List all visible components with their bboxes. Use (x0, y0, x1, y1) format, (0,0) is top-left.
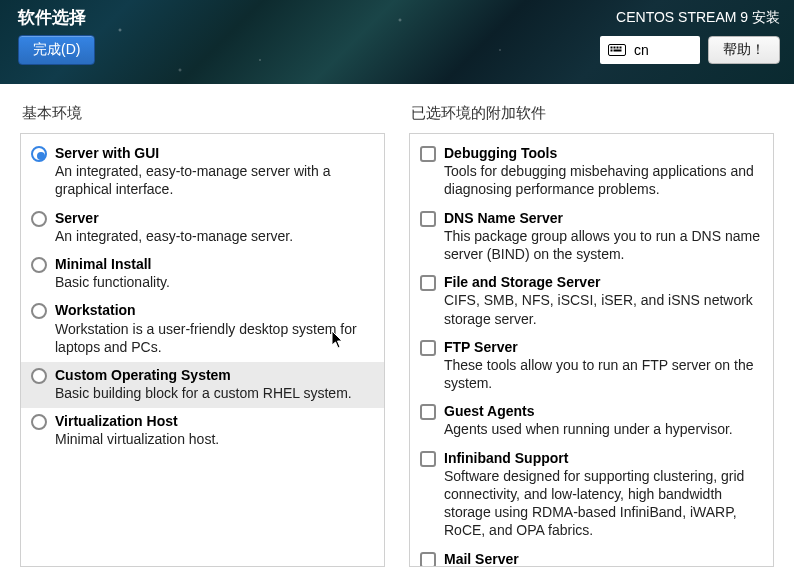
item-text: Server with GUIAn integrated, easy-to-ma… (55, 144, 374, 199)
item-name: Workstation (55, 301, 374, 319)
item-name: Server (55, 209, 374, 227)
environments-item[interactable]: Virtualization HostMinimal virtualizatio… (21, 408, 384, 454)
item-desc: Workstation is a user-friendly desktop s… (55, 320, 374, 356)
addons-item[interactable]: Mail ServerThese packages allow you to c… (410, 546, 773, 567)
item-text: Infiniband SupportSoftware designed for … (444, 449, 763, 540)
radio-icon[interactable] (31, 414, 47, 430)
item-desc: These tools allow you to run an FTP serv… (444, 356, 763, 392)
environments-item[interactable]: Server with GUIAn integrated, easy-to-ma… (21, 140, 384, 205)
item-desc: Tools for debugging misbehaving applicat… (444, 162, 763, 198)
checkbox-icon[interactable] (420, 275, 436, 291)
item-text: FTP ServerThese tools allow you to run a… (444, 338, 763, 393)
item-name: Minimal Install (55, 255, 374, 273)
item-desc: Software designed for supporting cluster… (444, 467, 763, 540)
item-name: Server with GUI (55, 144, 374, 162)
environments-item[interactable]: Custom Operating SystemBasic building bl… (21, 362, 384, 408)
addon-list: Debugging ToolsTools for debugging misbe… (409, 133, 774, 567)
checkbox-icon[interactable] (420, 146, 436, 162)
item-name: Virtualization Host (55, 412, 374, 430)
item-text: Debugging ToolsTools for debugging misbe… (444, 144, 763, 199)
svg-rect-3 (617, 47, 619, 49)
item-desc: An integrated, easy-to-manage server wit… (55, 162, 374, 198)
checkbox-icon[interactable] (420, 340, 436, 356)
checkbox-icon[interactable] (420, 404, 436, 420)
help-button[interactable]: 帮助！ (708, 36, 780, 64)
checkbox-icon[interactable] (420, 552, 436, 567)
radio-icon[interactable] (31, 368, 47, 384)
addons-item[interactable]: Infiniband SupportSoftware designed for … (410, 445, 773, 546)
keyboard-layout-selector[interactable]: cn (600, 36, 700, 64)
item-name: File and Storage Server (444, 273, 763, 291)
checkbox-icon[interactable] (420, 451, 436, 467)
item-desc: An integrated, easy-to-manage server. (55, 227, 374, 245)
item-desc: Agents used when running under a hypervi… (444, 420, 763, 438)
item-desc: This package group allows you to run a D… (444, 227, 763, 263)
keyboard-icon (608, 44, 626, 56)
item-text: Mail ServerThese packages allow you to c… (444, 550, 763, 567)
radio-icon[interactable] (31, 211, 47, 227)
addons-item[interactable]: Guest AgentsAgents used when running und… (410, 398, 773, 444)
item-desc: Basic building block for a custom RHEL s… (55, 384, 374, 402)
item-desc: Basic functionality. (55, 273, 374, 291)
item-text: File and Storage ServerCIFS, SMB, NFS, i… (444, 273, 763, 328)
item-text: ServerAn integrated, easy-to-manage serv… (55, 209, 374, 245)
page-title: 软件选择 (18, 6, 86, 29)
item-text: Custom Operating SystemBasic building bl… (55, 366, 374, 402)
item-name: FTP Server (444, 338, 763, 356)
environments-item[interactable]: ServerAn integrated, easy-to-manage serv… (21, 205, 384, 251)
item-name: Guest Agents (444, 402, 763, 420)
svg-rect-6 (614, 50, 622, 52)
svg-rect-4 (620, 47, 622, 49)
addons-item[interactable]: FTP ServerThese tools allow you to run a… (410, 334, 773, 399)
item-text: Minimal InstallBasic functionality. (55, 255, 374, 291)
svg-rect-5 (611, 50, 613, 52)
radio-icon[interactable] (31, 146, 47, 162)
item-text: Guest AgentsAgents used when running und… (444, 402, 763, 438)
item-text: DNS Name ServerThis package group allows… (444, 209, 763, 264)
environment-list: Server with GUIAn integrated, easy-to-ma… (20, 133, 385, 567)
radio-icon[interactable] (31, 257, 47, 273)
keyboard-layout-code: cn (634, 42, 649, 58)
content: 基本环境 Server with GUIAn integrated, easy-… (0, 84, 794, 577)
environments-item[interactable]: Minimal InstallBasic functionality. (21, 251, 384, 297)
done-button[interactable]: 完成(D) (18, 35, 95, 65)
item-text: WorkstationWorkstation is a user-friendl… (55, 301, 374, 356)
item-name: DNS Name Server (444, 209, 763, 227)
addons-item[interactable]: File and Storage ServerCIFS, SMB, NFS, i… (410, 269, 773, 334)
svg-rect-2 (614, 47, 616, 49)
item-desc: CIFS, SMB, NFS, iSCSI, iSER, and iSNS ne… (444, 291, 763, 327)
item-name: Mail Server (444, 550, 763, 567)
addons-title: 已选环境的附加软件 (409, 104, 774, 123)
install-title: CENTOS STREAM 9 安装 (616, 9, 780, 27)
svg-rect-1 (611, 47, 613, 49)
item-name: Infiniband Support (444, 449, 763, 467)
environments-item[interactable]: WorkstationWorkstation is a user-friendl… (21, 297, 384, 362)
addons-item[interactable]: DNS Name ServerThis package group allows… (410, 205, 773, 270)
addons-item[interactable]: Debugging ToolsTools for debugging misbe… (410, 140, 773, 205)
checkbox-icon[interactable] (420, 211, 436, 227)
item-name: Custom Operating System (55, 366, 374, 384)
item-name: Debugging Tools (444, 144, 763, 162)
base-environment-title: 基本环境 (20, 104, 385, 123)
item-desc: Minimal virtualization host. (55, 430, 374, 448)
header: 软件选择 CENTOS STREAM 9 安装 完成(D) cn 帮助！ (0, 0, 794, 84)
item-text: Virtualization HostMinimal virtualizatio… (55, 412, 374, 448)
radio-icon[interactable] (31, 303, 47, 319)
